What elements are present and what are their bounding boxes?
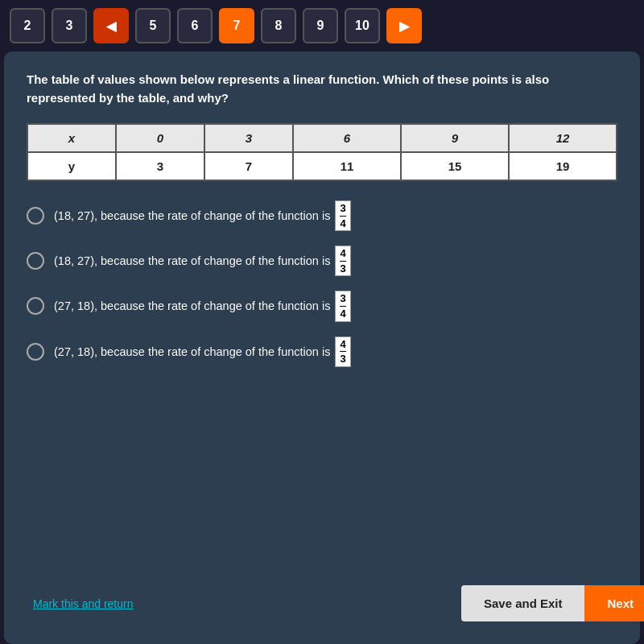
nav-btn-2[interactable]: 2 bbox=[10, 8, 45, 43]
radio-d[interactable] bbox=[27, 343, 44, 361]
radio-a[interactable] bbox=[27, 207, 44, 225]
footer-buttons: Save and Exit Next bbox=[461, 585, 644, 621]
choice-c-text: (27, 18), because the rate of change of … bbox=[54, 291, 351, 321]
choice-a[interactable]: (18, 27), because the rate of change of … bbox=[27, 200, 617, 231]
nav-btn-6[interactable]: 6 bbox=[177, 8, 213, 43]
choice-d[interactable]: (27, 18), because the rate of change of … bbox=[27, 336, 617, 367]
choice-b-text: (18, 27), because the rate of change of … bbox=[54, 246, 351, 276]
choice-c[interactable]: (27, 18), because the rate of change of … bbox=[27, 291, 617, 321]
table-y-1: 7 bbox=[204, 152, 293, 180]
nav-btn-3[interactable]: 3 bbox=[52, 8, 87, 43]
choice-a-text: (18, 27), because the rate of change of … bbox=[54, 200, 351, 231]
choice-d-text: (27, 18), because the rate of change of … bbox=[54, 336, 351, 367]
value-table: x 0 3 6 9 12 y 3 7 11 15 19 bbox=[27, 123, 617, 181]
table-header-12: 12 bbox=[509, 124, 617, 152]
table-y-0: 3 bbox=[116, 152, 204, 180]
nav-btn-10[interactable]: 10 bbox=[345, 8, 380, 43]
nav-btn-back[interactable]: ◀ bbox=[93, 8, 129, 43]
fraction-b: 4 3 bbox=[335, 246, 350, 276]
table-y-2: 11 bbox=[293, 152, 401, 180]
table-header-0: 0 bbox=[116, 124, 204, 152]
nav-btn-9[interactable]: 9 bbox=[303, 8, 338, 43]
table-header-9: 9 bbox=[401, 124, 509, 152]
nav-btn-5[interactable]: 5 bbox=[135, 8, 171, 43]
fraction-d: 4 3 bbox=[335, 336, 350, 367]
table-y-label: y bbox=[27, 152, 116, 180]
nav-btn-8[interactable]: 8 bbox=[261, 8, 296, 43]
question-text: The table of values shown below represen… bbox=[27, 71, 617, 107]
nav-btn-7[interactable]: 7 bbox=[219, 8, 254, 43]
radio-b[interactable] bbox=[27, 252, 44, 270]
table-header-6: 6 bbox=[293, 124, 401, 152]
next-button[interactable]: Next bbox=[584, 585, 644, 621]
table-y-3: 15 bbox=[401, 152, 509, 180]
save-exit-button[interactable]: Save and Exit bbox=[461, 585, 585, 621]
answer-choices: (18, 27), because the rate of change of … bbox=[27, 200, 617, 576]
choice-b[interactable]: (18, 27), because the rate of change of … bbox=[27, 246, 617, 276]
radio-c[interactable] bbox=[27, 297, 44, 315]
table-header-x: x bbox=[27, 124, 116, 152]
nav-btn-fwd[interactable]: ▶ bbox=[386, 8, 422, 43]
table-header-3: 3 bbox=[204, 124, 293, 152]
nav-bar: 2 3 ◀ 5 6 7 8 9 10 ▶ bbox=[0, 0, 644, 52]
mark-return-link[interactable]: Mark this and return bbox=[33, 597, 134, 610]
fraction-c: 3 4 bbox=[335, 291, 350, 321]
content-area: The table of values shown below represen… bbox=[4, 52, 640, 644]
table-y-4: 19 bbox=[509, 152, 617, 180]
fraction-a: 3 4 bbox=[335, 200, 350, 231]
footer: Mark this and return Save and Exit Next bbox=[27, 576, 644, 628]
